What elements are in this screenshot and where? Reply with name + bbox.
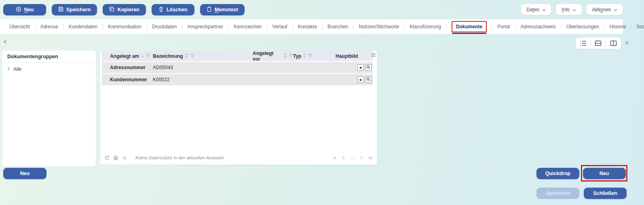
tab-uebersicht[interactable]: Übersicht [4, 19, 35, 34]
chevron-down-icon [572, 7, 576, 13]
table-row[interactable]: Kundennummer K00022 ★ [102, 74, 373, 85]
filter-icon[interactable] [190, 53, 194, 59]
main-toolbar: Neu Speichern Kopieren Löschen Memotext [0, 0, 644, 19]
last-page-icon[interactable] [368, 156, 373, 160]
info-menu-button[interactable]: Info [556, 4, 582, 15]
speichern-bottom-button[interactable]: Speichern [536, 188, 579, 199]
grid-header-row: Angelegt am Bezeichnung Angelegt vor Typ [102, 51, 373, 61]
column-header-typ[interactable]: Typ [293, 53, 336, 59]
tab-kontakte[interactable]: Kontakte [293, 19, 322, 34]
column-header-bezeichnung[interactable]: Bezeichnung [153, 53, 253, 59]
tab-notizen-stichworte[interactable]: Notizen/Stichworte [353, 19, 404, 34]
speichern-button[interactable]: Speichern [52, 4, 97, 15]
first-page-icon[interactable] [332, 156, 337, 160]
sidebar-neu-button[interactable]: Neu [3, 168, 46, 179]
daten-menu-button[interactable]: Daten [521, 4, 551, 15]
tab-druckdaten[interactable]: Druckdaten [147, 19, 182, 34]
tab-ueberlassungen[interactable]: Überlassungen [561, 19, 604, 34]
dokumentengruppen-panel: Dokumentengruppen Alle [2, 51, 96, 167]
trash-icon [158, 6, 164, 13]
tab-social[interactable]: Social [631, 19, 644, 34]
quickdrop-button[interactable]: Quickdrop [536, 168, 579, 179]
collapse-left-arrow-icon[interactable] [3, 40, 6, 44]
sort-icon [283, 53, 287, 59]
memotext-button[interactable]: Memotext [200, 4, 245, 15]
tab-dokumente[interactable]: Dokumente [446, 19, 492, 34]
tab-verlauf[interactable]: Verlauf [267, 19, 292, 34]
column-header-angelegt-vor[interactable]: Angelegt vor [253, 51, 293, 62]
loeschen-button[interactable]: Löschen [152, 4, 194, 15]
tab-branchen[interactable]: Branchen [322, 19, 353, 34]
preview-button[interactable] [365, 76, 372, 83]
collapse-right-arrow-icon[interactable] [625, 41, 628, 45]
tab-adressnachweis[interactable]: Adressnachweis [515, 19, 561, 34]
tree-item-alle[interactable]: Alle [2, 63, 96, 76]
neu-bottom-button[interactable]: Neu [583, 168, 626, 179]
copy-icon [109, 6, 114, 13]
tab-ansprechpartner[interactable]: Ansprechpartner [182, 19, 228, 34]
previous-page-icon[interactable] [342, 156, 345, 160]
print-icon[interactable] [113, 155, 118, 161]
status-text: Keine Datensätze in der aktuellen Auswah… [135, 155, 224, 160]
annotation-red-box-dokumente: Dokumente [452, 21, 487, 32]
favorite-star-button[interactable]: ★ [357, 76, 364, 83]
plus-circle-icon [16, 6, 21, 13]
grid-footer: Keine Datensätze in der aktuellen Auswah… [104, 153, 373, 163]
vertical-split-view-icon[interactable] [610, 40, 617, 46]
list-view-icon[interactable] [580, 40, 587, 46]
preview-button[interactable] [365, 64, 372, 71]
sort-desc-icon [141, 53, 144, 59]
chevron-down-icon [614, 7, 617, 13]
tab-historie[interactable]: Historie [604, 19, 631, 34]
horizontal-split-view-icon[interactable] [595, 40, 602, 46]
star-icon: ★ [359, 78, 363, 82]
kopieren-button[interactable]: Kopieren [103, 4, 146, 15]
table-row[interactable]: Adressnummer AD00043 ★ [102, 62, 373, 73]
refresh-icon[interactable] [104, 155, 110, 161]
schliessen-button[interactable]: Schließen [584, 188, 627, 199]
annotation-red-box-neu: Neu [581, 165, 627, 182]
documents-grid: Angelegt am Bezeichnung Angelegt vor Typ [100, 51, 377, 165]
filter-icon[interactable] [308, 53, 312, 59]
top-right-menus: Daten Info Aktionen [521, 4, 623, 15]
aktionen-menu-button[interactable]: Aktionen [587, 4, 623, 15]
magnifier-icon [366, 65, 370, 70]
neu-button[interactable]: Neu [3, 4, 46, 15]
chevron-down-icon [542, 7, 546, 13]
divider [591, 40, 591, 46]
grid-menu-icon[interactable] [371, 53, 376, 57]
save-icon [58, 6, 63, 13]
column-header-hauptbild[interactable]: Hauptbild [336, 53, 373, 59]
tab-kennzeichen[interactable]: Kennzeichen [228, 19, 267, 34]
gear-icon[interactable] [122, 155, 127, 161]
tab-portal[interactable]: Portal [492, 19, 515, 34]
tab-kommunikation[interactable]: Kommunikation [103, 19, 147, 34]
filter-icon[interactable] [146, 53, 150, 59]
magnifier-icon [366, 77, 370, 82]
chevron-right-icon [7, 66, 10, 72]
tab-kundendaten[interactable]: Kundendaten [63, 19, 103, 34]
page-ellipsis[interactable]: … [350, 155, 355, 161]
tab-klassifizierung[interactable]: Klassifizierung [404, 19, 446, 34]
column-header-angelegt-am[interactable]: Angelegt am [102, 53, 153, 59]
sort-icon [303, 53, 306, 59]
divider [606, 40, 606, 46]
pagination: … [332, 155, 373, 161]
panel-title: Dokumentengruppen [2, 51, 96, 63]
next-page-icon[interactable] [360, 156, 363, 160]
star-icon: ★ [359, 66, 363, 70]
filter-icon[interactable] [289, 53, 293, 59]
tab-bar: Übersicht Adresse Kundendaten Kommunikat… [0, 19, 623, 34]
tab-adresse[interactable]: Adresse [35, 19, 63, 34]
sort-icon [185, 53, 188, 59]
clipboard-icon [207, 6, 212, 13]
view-switcher [576, 38, 621, 49]
favorite-star-button[interactable]: ★ [357, 64, 364, 71]
